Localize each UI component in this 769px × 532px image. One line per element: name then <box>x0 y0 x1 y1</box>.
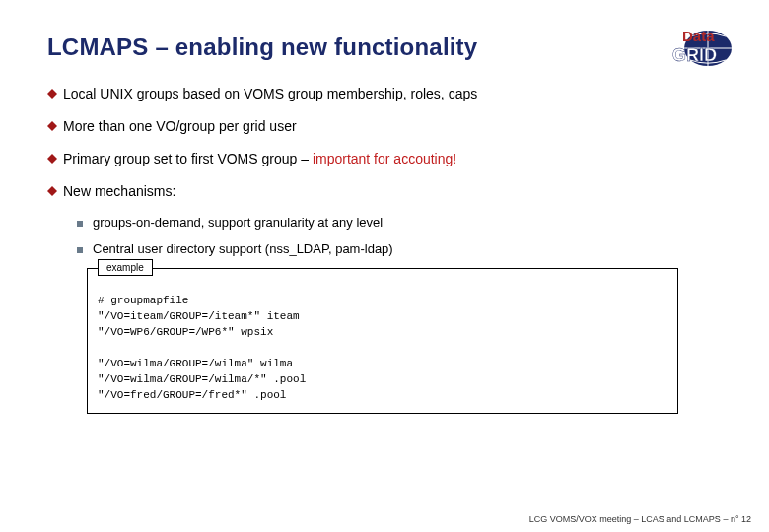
example-box: example # groupmapfile "/VO=iteam/GROUP=… <box>87 268 678 414</box>
svg-marker-3 <box>47 154 57 164</box>
code-line: "/VO=wilma/GROUP=/wilma" wilma <box>98 358 667 369</box>
datagrid-logo: Data GRID <box>647 28 734 67</box>
svg-marker-1 <box>47 89 57 99</box>
code-line: "/VO=wilma/GROUP=/wilma/*" .pool <box>98 373 667 385</box>
logo-text-data: Data <box>682 28 715 44</box>
sub-bullet-list: groups-on-demand, support granularity at… <box>47 215 734 256</box>
svg-marker-4 <box>47 186 57 196</box>
sub-bullet-text: groups-on-demand, support granularity at… <box>93 215 383 230</box>
bullet-list: Local UNIX groups based on VOMS group me… <box>47 85 734 201</box>
diamond-bullet-icon <box>47 186 57 196</box>
diamond-bullet-icon <box>47 89 57 99</box>
square-bullet-icon <box>77 221 83 227</box>
svg-marker-2 <box>47 121 57 131</box>
bullet-prefix: Primary group set to first VOMS group – <box>63 151 313 166</box>
sub-bullet-item: groups-on-demand, support granularity at… <box>77 215 734 230</box>
code-line: "/VO=WP6/GROUP=/WP6*" wpsix <box>98 326 667 338</box>
page-title: LCMAPS – enabling new functionality <box>47 33 477 61</box>
code-line: "/VO=fred/GROUP=/fred*" .pool <box>98 389 667 401</box>
example-label: example <box>98 259 153 276</box>
footer-text: LCG VOMS/VOX meeting – LCAS and LCMAPS –… <box>529 514 751 524</box>
bullet-item: New mechanisms: <box>47 182 734 201</box>
logo-text-grid: GRID <box>672 45 717 65</box>
diamond-bullet-icon <box>47 154 57 164</box>
bullet-text: Local UNIX groups based on VOMS group me… <box>63 85 477 103</box>
bullet-item: More than one VO/group per grid user <box>47 117 734 136</box>
sub-bullet-item: Central user directory support (nss_LDAP… <box>77 241 734 256</box>
header: LCMAPS – enabling new functionality Data… <box>47 28 734 67</box>
bullet-item: Local UNIX groups based on VOMS group me… <box>47 85 734 103</box>
code-blank-line <box>98 342 667 354</box>
bullet-item: Primary group set to first VOMS group – … <box>47 150 734 168</box>
slide-root: LCMAPS – enabling new functionality Data… <box>0 0 769 532</box>
code-line: # groupmapfile <box>98 295 667 306</box>
diamond-bullet-icon <box>47 121 57 131</box>
square-bullet-icon <box>77 247 83 253</box>
bullet-text: New mechanisms: <box>63 182 175 201</box>
bullet-text: Primary group set to first VOMS group – … <box>63 150 456 168</box>
bullet-text: More than one VO/group per grid user <box>63 117 297 136</box>
bullet-emphasis: important for accouting! <box>313 151 456 166</box>
code-line: "/VO=iteam/GROUP=/iteam*" iteam <box>98 310 667 322</box>
sub-bullet-text: Central user directory support (nss_LDAP… <box>93 241 393 256</box>
